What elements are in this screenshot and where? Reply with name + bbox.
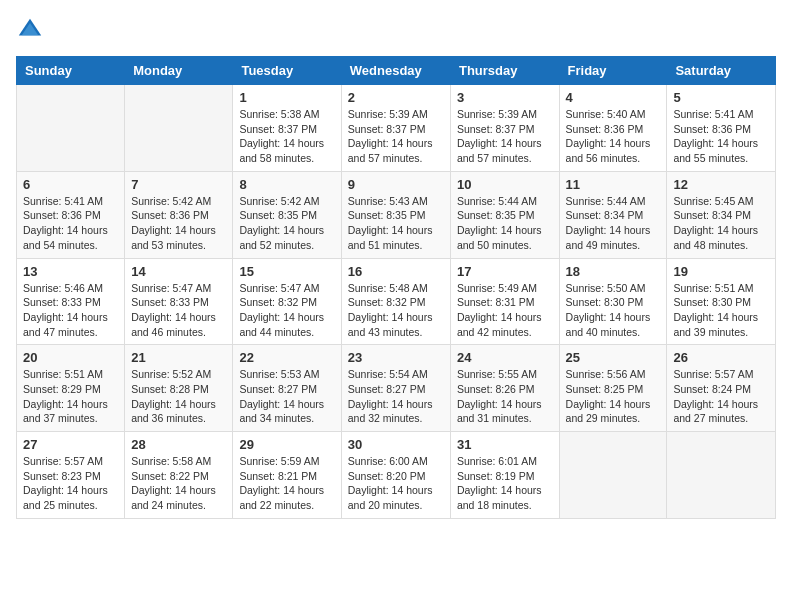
- calendar-cell: 5Sunrise: 5:41 AM Sunset: 8:36 PM Daylig…: [667, 85, 776, 172]
- calendar-cell: 6Sunrise: 5:41 AM Sunset: 8:36 PM Daylig…: [17, 171, 125, 258]
- day-number: 22: [239, 350, 334, 365]
- day-number: 18: [566, 264, 661, 279]
- day-number: 4: [566, 90, 661, 105]
- day-number: 25: [566, 350, 661, 365]
- day-info: Sunrise: 5:43 AM Sunset: 8:35 PM Dayligh…: [348, 194, 444, 253]
- calendar-cell: 20Sunrise: 5:51 AM Sunset: 8:29 PM Dayli…: [17, 345, 125, 432]
- day-number: 27: [23, 437, 118, 452]
- day-number: 9: [348, 177, 444, 192]
- day-info: Sunrise: 5:46 AM Sunset: 8:33 PM Dayligh…: [23, 281, 118, 340]
- calendar-week-row: 1Sunrise: 5:38 AM Sunset: 8:37 PM Daylig…: [17, 85, 776, 172]
- day-info: Sunrise: 5:41 AM Sunset: 8:36 PM Dayligh…: [673, 107, 769, 166]
- calendar-cell: 21Sunrise: 5:52 AM Sunset: 8:28 PM Dayli…: [125, 345, 233, 432]
- day-info: Sunrise: 5:38 AM Sunset: 8:37 PM Dayligh…: [239, 107, 334, 166]
- day-info: Sunrise: 5:44 AM Sunset: 8:35 PM Dayligh…: [457, 194, 553, 253]
- calendar-header-saturday: Saturday: [667, 57, 776, 85]
- day-number: 12: [673, 177, 769, 192]
- calendar-cell: 18Sunrise: 5:50 AM Sunset: 8:30 PM Dayli…: [559, 258, 667, 345]
- calendar-cell: 8Sunrise: 5:42 AM Sunset: 8:35 PM Daylig…: [233, 171, 341, 258]
- day-info: Sunrise: 5:51 AM Sunset: 8:30 PM Dayligh…: [673, 281, 769, 340]
- day-info: Sunrise: 5:49 AM Sunset: 8:31 PM Dayligh…: [457, 281, 553, 340]
- day-info: Sunrise: 5:39 AM Sunset: 8:37 PM Dayligh…: [457, 107, 553, 166]
- day-number: 11: [566, 177, 661, 192]
- day-info: Sunrise: 5:58 AM Sunset: 8:22 PM Dayligh…: [131, 454, 226, 513]
- day-number: 8: [239, 177, 334, 192]
- day-number: 10: [457, 177, 553, 192]
- calendar-header-thursday: Thursday: [450, 57, 559, 85]
- day-info: Sunrise: 5:41 AM Sunset: 8:36 PM Dayligh…: [23, 194, 118, 253]
- calendar-header-row: SundayMondayTuesdayWednesdayThursdayFrid…: [17, 57, 776, 85]
- calendar-cell: 17Sunrise: 5:49 AM Sunset: 8:31 PM Dayli…: [450, 258, 559, 345]
- day-number: 3: [457, 90, 553, 105]
- calendar-cell: [125, 85, 233, 172]
- calendar-cell: 12Sunrise: 5:45 AM Sunset: 8:34 PM Dayli…: [667, 171, 776, 258]
- day-info: Sunrise: 5:57 AM Sunset: 8:23 PM Dayligh…: [23, 454, 118, 513]
- calendar-cell: [17, 85, 125, 172]
- day-number: 16: [348, 264, 444, 279]
- logo-icon: [16, 16, 44, 44]
- calendar-cell: 28Sunrise: 5:58 AM Sunset: 8:22 PM Dayli…: [125, 432, 233, 519]
- day-info: Sunrise: 6:01 AM Sunset: 8:19 PM Dayligh…: [457, 454, 553, 513]
- day-info: Sunrise: 5:55 AM Sunset: 8:26 PM Dayligh…: [457, 367, 553, 426]
- calendar-cell: 13Sunrise: 5:46 AM Sunset: 8:33 PM Dayli…: [17, 258, 125, 345]
- calendar-cell: 3Sunrise: 5:39 AM Sunset: 8:37 PM Daylig…: [450, 85, 559, 172]
- day-number: 7: [131, 177, 226, 192]
- day-info: Sunrise: 5:59 AM Sunset: 8:21 PM Dayligh…: [239, 454, 334, 513]
- calendar-cell: 30Sunrise: 6:00 AM Sunset: 8:20 PM Dayli…: [341, 432, 450, 519]
- day-number: 2: [348, 90, 444, 105]
- calendar-cell: 29Sunrise: 5:59 AM Sunset: 8:21 PM Dayli…: [233, 432, 341, 519]
- calendar-cell: 15Sunrise: 5:47 AM Sunset: 8:32 PM Dayli…: [233, 258, 341, 345]
- calendar-cell: 19Sunrise: 5:51 AM Sunset: 8:30 PM Dayli…: [667, 258, 776, 345]
- day-info: Sunrise: 5:44 AM Sunset: 8:34 PM Dayligh…: [566, 194, 661, 253]
- calendar-header-friday: Friday: [559, 57, 667, 85]
- calendar-week-row: 27Sunrise: 5:57 AM Sunset: 8:23 PM Dayli…: [17, 432, 776, 519]
- day-info: Sunrise: 5:56 AM Sunset: 8:25 PM Dayligh…: [566, 367, 661, 426]
- calendar-cell: 1Sunrise: 5:38 AM Sunset: 8:37 PM Daylig…: [233, 85, 341, 172]
- calendar-week-row: 6Sunrise: 5:41 AM Sunset: 8:36 PM Daylig…: [17, 171, 776, 258]
- calendar-cell: 22Sunrise: 5:53 AM Sunset: 8:27 PM Dayli…: [233, 345, 341, 432]
- day-info: Sunrise: 6:00 AM Sunset: 8:20 PM Dayligh…: [348, 454, 444, 513]
- calendar-cell: [667, 432, 776, 519]
- calendar-cell: [559, 432, 667, 519]
- calendar-cell: 4Sunrise: 5:40 AM Sunset: 8:36 PM Daylig…: [559, 85, 667, 172]
- calendar-cell: 27Sunrise: 5:57 AM Sunset: 8:23 PM Dayli…: [17, 432, 125, 519]
- calendar-cell: 23Sunrise: 5:54 AM Sunset: 8:27 PM Dayli…: [341, 345, 450, 432]
- day-number: 5: [673, 90, 769, 105]
- day-info: Sunrise: 5:51 AM Sunset: 8:29 PM Dayligh…: [23, 367, 118, 426]
- calendar-header-tuesday: Tuesday: [233, 57, 341, 85]
- calendar-cell: 9Sunrise: 5:43 AM Sunset: 8:35 PM Daylig…: [341, 171, 450, 258]
- day-number: 6: [23, 177, 118, 192]
- calendar-header-monday: Monday: [125, 57, 233, 85]
- day-info: Sunrise: 5:54 AM Sunset: 8:27 PM Dayligh…: [348, 367, 444, 426]
- day-info: Sunrise: 5:39 AM Sunset: 8:37 PM Dayligh…: [348, 107, 444, 166]
- day-number: 29: [239, 437, 334, 452]
- day-number: 31: [457, 437, 553, 452]
- day-info: Sunrise: 5:48 AM Sunset: 8:32 PM Dayligh…: [348, 281, 444, 340]
- day-info: Sunrise: 5:45 AM Sunset: 8:34 PM Dayligh…: [673, 194, 769, 253]
- day-info: Sunrise: 5:47 AM Sunset: 8:32 PM Dayligh…: [239, 281, 334, 340]
- calendar-week-row: 13Sunrise: 5:46 AM Sunset: 8:33 PM Dayli…: [17, 258, 776, 345]
- calendar-header-sunday: Sunday: [17, 57, 125, 85]
- day-number: 23: [348, 350, 444, 365]
- day-number: 20: [23, 350, 118, 365]
- calendar-cell: 24Sunrise: 5:55 AM Sunset: 8:26 PM Dayli…: [450, 345, 559, 432]
- day-number: 1: [239, 90, 334, 105]
- calendar-cell: 10Sunrise: 5:44 AM Sunset: 8:35 PM Dayli…: [450, 171, 559, 258]
- day-number: 24: [457, 350, 553, 365]
- calendar-cell: 16Sunrise: 5:48 AM Sunset: 8:32 PM Dayli…: [341, 258, 450, 345]
- day-info: Sunrise: 5:50 AM Sunset: 8:30 PM Dayligh…: [566, 281, 661, 340]
- day-number: 15: [239, 264, 334, 279]
- day-info: Sunrise: 5:42 AM Sunset: 8:36 PM Dayligh…: [131, 194, 226, 253]
- calendar-cell: 11Sunrise: 5:44 AM Sunset: 8:34 PM Dayli…: [559, 171, 667, 258]
- day-number: 17: [457, 264, 553, 279]
- day-number: 28: [131, 437, 226, 452]
- day-number: 30: [348, 437, 444, 452]
- day-info: Sunrise: 5:57 AM Sunset: 8:24 PM Dayligh…: [673, 367, 769, 426]
- day-info: Sunrise: 5:42 AM Sunset: 8:35 PM Dayligh…: [239, 194, 334, 253]
- calendar-header-wednesday: Wednesday: [341, 57, 450, 85]
- day-info: Sunrise: 5:52 AM Sunset: 8:28 PM Dayligh…: [131, 367, 226, 426]
- calendar-cell: 7Sunrise: 5:42 AM Sunset: 8:36 PM Daylig…: [125, 171, 233, 258]
- day-info: Sunrise: 5:53 AM Sunset: 8:27 PM Dayligh…: [239, 367, 334, 426]
- calendar-cell: 26Sunrise: 5:57 AM Sunset: 8:24 PM Dayli…: [667, 345, 776, 432]
- calendar-cell: 25Sunrise: 5:56 AM Sunset: 8:25 PM Dayli…: [559, 345, 667, 432]
